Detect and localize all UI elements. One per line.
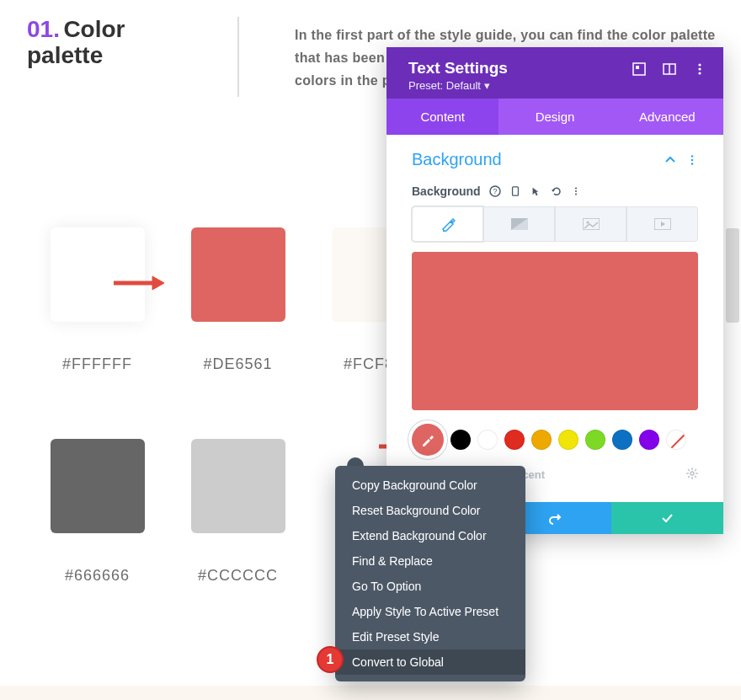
- swatch-purple[interactable]: [639, 430, 659, 450]
- header-divider: [237, 17, 239, 97]
- swatch-box[interactable]: [51, 439, 145, 533]
- cursor-icon[interactable]: [530, 185, 541, 197]
- svg-point-13: [691, 163, 694, 165]
- kebab-icon[interactable]: [686, 154, 698, 166]
- swatch-green[interactable]: [585, 430, 605, 450]
- swatch-red[interactable]: [504, 430, 525, 450]
- help-icon[interactable]: ?: [489, 185, 501, 197]
- swatch-item: #FFFFFF: [27, 227, 168, 373]
- undo-icon[interactable]: [550, 185, 562, 197]
- ctx-extend-bg[interactable]: Extend Background Color: [335, 523, 525, 548]
- swatch-item: #CCCCCC: [168, 439, 308, 585]
- swatch-box[interactable]: [191, 439, 285, 533]
- color-swatch-row: [412, 424, 698, 456]
- context-menu: Copy Background Color Reset Background C…: [335, 466, 525, 681]
- svg-rect-5: [636, 66, 639, 69]
- ctx-copy-bg[interactable]: Copy Background Color: [335, 473, 525, 498]
- background-field-row: Background ?: [412, 184, 698, 198]
- annotation-badge-1: 1: [317, 646, 344, 673]
- tab-design[interactable]: Design: [498, 99, 610, 135]
- svg-point-19: [575, 188, 577, 190]
- ctx-convert-global[interactable]: Convert to Global: [335, 649, 525, 675]
- swatch-box[interactable]: [191, 227, 285, 322]
- swatch-yellow[interactable]: [558, 430, 578, 450]
- ctx-apply-preset[interactable]: Apply Style To Active Preset: [335, 599, 525, 624]
- tab-content[interactable]: Content: [386, 99, 498, 135]
- svg-marker-18: [552, 190, 555, 192]
- ctx-edit-preset[interactable]: Edit Preset Style: [335, 624, 525, 649]
- svg-line-33: [688, 469, 690, 471]
- footer-save-button[interactable]: [611, 502, 723, 534]
- eyedropper-button[interactable]: [412, 424, 444, 456]
- columns-icon[interactable]: [663, 62, 676, 76]
- svg-point-28: [690, 472, 694, 475]
- swatch-item: #666666: [27, 439, 168, 585]
- svg-point-10: [698, 72, 701, 74]
- svg-marker-27: [661, 222, 665, 227]
- svg-point-21: [575, 193, 577, 195]
- bg-tab-video[interactable]: [626, 206, 698, 242]
- swatch-label: #DE6561: [203, 355, 272, 373]
- svg-line-35: [695, 469, 696, 471]
- page-title-number: 01.: [27, 16, 60, 42]
- svg-line-34: [695, 476, 696, 478]
- swatch-label: #FFFFFF: [62, 355, 132, 373]
- annotation-arrow-swatch: [114, 275, 164, 291]
- bg-tab-image[interactable]: [555, 206, 626, 242]
- swatch-orange[interactable]: [531, 430, 552, 450]
- page-bottom-strip: [0, 686, 741, 700]
- background-type-tabs: [412, 206, 698, 242]
- kebab-icon[interactable]: [570, 185, 582, 197]
- svg-point-12: [691, 158, 694, 161]
- svg-marker-17: [532, 188, 538, 195]
- svg-point-20: [575, 190, 577, 192]
- ctx-goto-option[interactable]: Go To Option: [335, 574, 525, 599]
- panel-tabs: Content Design Advanced: [386, 99, 723, 135]
- bg-tab-color[interactable]: [412, 206, 483, 242]
- panel-header[interactable]: Text Settings Preset: Default ▾: [386, 47, 723, 99]
- chevron-up-icon[interactable]: [664, 154, 676, 166]
- section-header: Background: [412, 150, 698, 169]
- svg-point-11: [691, 155, 694, 158]
- ctx-reset-bg[interactable]: Reset Background Color: [335, 498, 525, 523]
- svg-line-36: [688, 476, 690, 478]
- panel-preset[interactable]: Preset: Default ▾: [408, 79, 701, 92]
- page-title: 01. Color palette: [27, 17, 195, 69]
- color-preview[interactable]: [412, 252, 698, 410]
- swatch-label: #666666: [65, 567, 130, 585]
- swatch-white[interactable]: [477, 430, 498, 450]
- text-settings-panel: Text Settings Preset: Default ▾ Content …: [386, 47, 723, 534]
- svg-point-25: [586, 222, 589, 224]
- section-actions: [664, 154, 698, 166]
- ctx-find-replace[interactable]: Find & Replace: [335, 548, 525, 574]
- swatch-blue[interactable]: [612, 430, 632, 450]
- tab-advanced[interactable]: Advanced: [611, 99, 723, 135]
- svg-marker-1: [152, 276, 164, 290]
- kebab-icon[interactable]: [693, 62, 706, 76]
- gear-icon[interactable]: [686, 468, 698, 482]
- svg-point-8: [698, 63, 701, 66]
- svg-text:?: ?: [493, 187, 497, 195]
- panel-header-icons: [632, 62, 706, 76]
- expand-icon[interactable]: [632, 62, 646, 76]
- phone-icon[interactable]: [509, 185, 521, 197]
- panel-body: Background Background ?: [386, 135, 723, 502]
- field-label: Background: [412, 184, 481, 198]
- scrollbar-stub[interactable]: [726, 228, 739, 323]
- swatch-label: #CCCCCC: [198, 567, 278, 585]
- swatch-black[interactable]: [450, 430, 471, 450]
- svg-point-9: [698, 67, 701, 70]
- svg-rect-16: [512, 187, 518, 195]
- section-title[interactable]: Background: [412, 150, 502, 169]
- bg-tab-gradient[interactable]: [483, 206, 555, 242]
- swatch-item: #DE6561: [168, 227, 308, 373]
- swatch-transparent[interactable]: [666, 430, 686, 450]
